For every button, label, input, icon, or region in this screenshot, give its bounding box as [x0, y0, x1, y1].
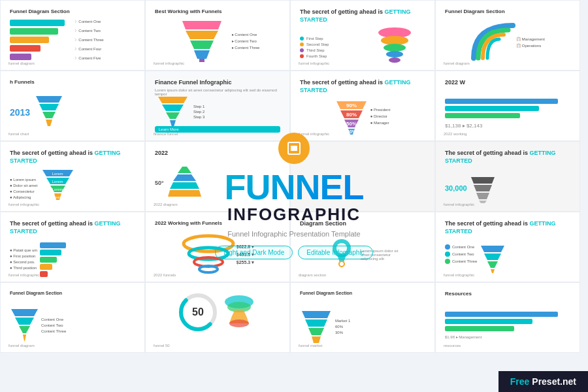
svg-marker-59	[491, 269, 495, 273]
c9-l3: ● Consectetur	[10, 189, 37, 193]
card-getting-started-5: The secret of getting ahead is GETTING S…	[0, 212, 145, 282]
svg-point-55	[340, 262, 344, 266]
card13-label: funnel infographic	[8, 273, 39, 277]
bar2	[10, 28, 58, 35]
card18-number: 50	[192, 306, 204, 318]
c19-v2: 30%	[335, 331, 350, 335]
card-diagram-section-2: Diagram Section Lorem ipsum dolor sit am…	[290, 212, 435, 282]
card15-label: diagram section	[299, 273, 326, 277]
dot-list-1: First Step Second Step Third Step Fourth…	[300, 37, 361, 58]
c16-dot3	[445, 259, 450, 264]
dot1-text: First Step	[306, 37, 323, 41]
svg-marker-11	[39, 104, 59, 110]
card12-svg	[470, 174, 496, 203]
card13-visual: ● Patati que um ● First position ● Secon…	[10, 244, 135, 274]
arrow4: ›	[74, 45, 76, 52]
dot3	[300, 48, 304, 52]
svg-point-8	[386, 51, 403, 57]
card14-title: 2022 Working with Funnels	[155, 220, 280, 226]
svg-marker-57	[484, 253, 501, 260]
svg-point-7	[384, 44, 406, 52]
card-center-bg-1	[290, 141, 435, 212]
bar8-1	[445, 99, 558, 104]
res-bar1	[445, 312, 558, 317]
card8-title: 2022 W	[445, 79, 570, 86]
card18-visual: 50	[155, 291, 280, 334]
svg-point-6	[381, 36, 408, 45]
c16-t2: Content Two	[452, 252, 474, 256]
card17-visual: Content One Content Two Content Three	[10, 307, 135, 344]
card-getting-started-2: The secret of getting ahead is GETTING S…	[290, 71, 435, 141]
svg-marker-10	[36, 96, 62, 103]
svg-rect-46	[40, 271, 48, 277]
item4: › Content Four	[74, 45, 135, 52]
item3: › Content Three	[74, 36, 135, 43]
item1: › Content One	[74, 18, 135, 25]
svg-marker-41	[479, 201, 487, 203]
c16-dot1	[445, 244, 450, 250]
svg-marker-69	[302, 311, 331, 318]
funnel-bars	[10, 20, 71, 60]
card1-label: funnel diagram	[8, 61, 35, 65]
c7-l3: ● Manager	[370, 121, 391, 125]
c16-t3: Content Three	[452, 259, 477, 263]
card15-desc: Lorem ipsum dolor sit amet consectetur a…	[361, 249, 400, 261]
c9-l4: ● Adipiscing	[10, 195, 37, 199]
card1-title: Funnel Diagram Section	[10, 8, 135, 14]
card-h-funnels: h Funnels 2013 funnel chart	[0, 71, 145, 141]
c4-item2: 📋 Operations	[516, 43, 545, 48]
card20-visual: $1.98 ▸ Management	[445, 307, 570, 344]
c16-dot2	[445, 252, 450, 257]
card17-list: Content One Content Two Content Three	[41, 318, 66, 333]
card17-label: funnel diagram	[8, 344, 35, 348]
card12-label: funnel infographic	[444, 203, 474, 206]
card3-funnel-visual	[364, 26, 425, 69]
watermark-site: Preset.net	[532, 376, 576, 387]
card13-title: The secret of getting ahead is GETTING S…	[10, 220, 135, 235]
arrow1: ›	[74, 18, 76, 25]
c13-l2: ● First position	[10, 254, 37, 258]
c16-t1: Content One	[452, 245, 474, 249]
dot-item1: First Step	[300, 37, 361, 41]
c14-v2: $453.5 ▾	[237, 252, 254, 257]
svg-marker-3	[194, 50, 210, 59]
funnel-items: › Content One › Content Two › Content Th…	[74, 18, 135, 61]
card3-dots: First Step Second Step Third Step Fourth…	[300, 37, 361, 58]
svg-marker-72	[312, 336, 321, 343]
svg-rect-43	[40, 250, 61, 255]
card20-title: Resources	[445, 291, 570, 297]
c13-l3: ● Second pos.	[10, 260, 37, 264]
c14-v1: $622.8 ▾	[237, 244, 254, 250]
svg-marker-61	[15, 318, 34, 325]
bar1	[10, 20, 65, 26]
card-2022-diagram: 2022 50° 2022 diagram	[145, 141, 290, 212]
c16-i3: Content Three	[445, 259, 477, 264]
dot2-text: Second Step	[306, 42, 329, 46]
card3-highlight: GETTING STARTED	[300, 8, 411, 23]
svg-marker-2	[190, 41, 214, 49]
c17-l3: Content Three	[41, 329, 66, 333]
svg-text:Lorem: Lorem	[52, 195, 63, 199]
card-getting-started-3: The secret of getting ahead is GETTING S…	[0, 141, 145, 212]
card10-percent: 50°	[155, 180, 164, 186]
item2-text: Content Two	[78, 29, 101, 33]
svg-marker-14	[158, 97, 188, 103]
card17-title: Funnel Diagram Section	[10, 291, 135, 295]
card8-visual: $1,138 ▸ $2,143	[445, 95, 570, 133]
card9-funnel-svg: Lorem Lorem Lorem Lorem	[40, 169, 76, 208]
svg-point-50	[199, 266, 218, 272]
card-circle-50: 50 funnel 50	[145, 282, 290, 353]
svg-text:Lorem: Lorem	[52, 180, 63, 184]
item3-text: Content Three	[78, 38, 103, 42]
card13-svg	[40, 241, 66, 277]
c17-l1: Content One	[41, 318, 66, 321]
card6-label: finance funnel	[154, 132, 178, 136]
card9-title: The secret of getting ahead is GETTING S…	[10, 150, 135, 165]
card2-title: Best Working with Funnels	[155, 8, 280, 14]
card19-title: Funnel Diagram Section	[300, 291, 425, 295]
card20-stat: $1.98 ▸ Management	[445, 335, 570, 339]
card17-svg	[10, 308, 39, 344]
dot4-text: Fourth Step	[306, 54, 327, 58]
card7-label: funnel infographic	[299, 132, 329, 136]
card19-visual: Market 1 60% 30%	[300, 310, 425, 344]
